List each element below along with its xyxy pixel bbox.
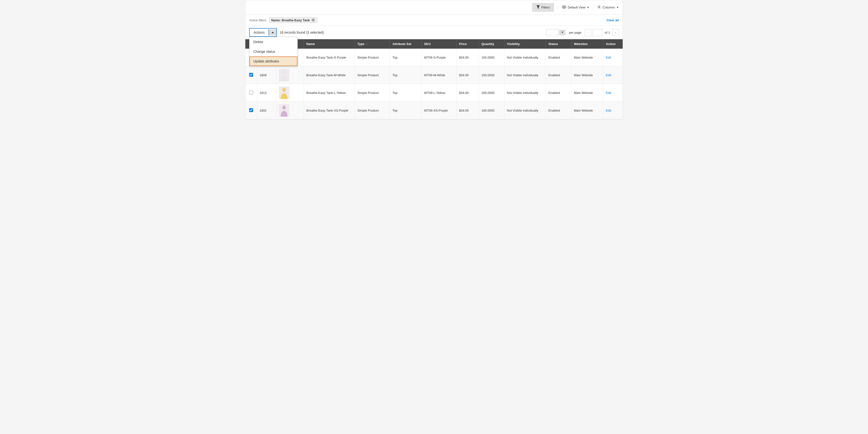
row-quantity: 100.0000 (479, 102, 504, 119)
row-action: Edit (603, 102, 623, 119)
prev-page-button[interactable]: ‹ (585, 29, 591, 36)
row-websites: Main Website (571, 66, 603, 84)
row-attribute-set: Top (390, 84, 422, 102)
table-row: 1813 Breathe-Easy Tank-L-Yellow Simple P… (245, 84, 623, 102)
table-row: 1802 Breathe-Easy Tank-XS-Purple Simple … (245, 102, 623, 119)
col-header-attribute-set: Attribute Set (390, 39, 422, 49)
row-type: Simple Product (355, 66, 390, 84)
row-price: $34.00 (457, 66, 479, 84)
table-row: 1809 Breathe-Easy Tank-M-White Simple Pr… (245, 66, 623, 84)
filter-tag-remove[interactable]: ✕ (311, 18, 315, 22)
active-filters-bar: Active filters: Name: Breathe-Easy Tank … (245, 15, 623, 26)
svg-marker-5 (561, 32, 563, 33)
row-price: $34.00 (457, 49, 479, 66)
row-attribute-set: Top (390, 66, 422, 84)
svg-point-3 (598, 6, 600, 8)
edit-link[interactable]: Edit (606, 91, 611, 95)
col-header-type[interactable]: Type ↑ (355, 39, 390, 49)
svg-point-11 (282, 88, 286, 92)
svg-point-13 (282, 105, 286, 109)
chevron-down-icon: ▼ (587, 6, 589, 9)
filters-label: Filters (541, 6, 550, 9)
table-header-row: ID Thumbnail Name Type ↑ Attribute Set S… (245, 39, 623, 49)
filters-button[interactable]: Filters (532, 3, 554, 12)
product-thumbnail (279, 87, 289, 99)
toolbar-separator (558, 5, 558, 10)
per-page-select: 20 (546, 29, 565, 36)
active-filters-left: Active filters: Name: Breathe-Easy Tank … (249, 17, 317, 23)
columns-label: Columns (602, 6, 615, 9)
col-header-price: Price (457, 39, 479, 49)
svg-point-9 (282, 70, 286, 74)
row-attribute-set: Top (390, 49, 422, 66)
row-visibility: Not Visible Individually (504, 66, 546, 84)
actions-label: Actions (250, 29, 269, 36)
row-price: $34.00 (457, 102, 479, 119)
toolbar-separator2 (593, 5, 593, 10)
row-visibility: Not Visible Individually (504, 84, 546, 102)
row-websites: Main Website (571, 102, 603, 119)
row-status: Enabled (546, 49, 571, 66)
row-checkbox[interactable] (249, 108, 253, 112)
pagination: 20 per page ‹ 1 of 1 › (546, 29, 619, 36)
row-quantity: 100.0000 (479, 49, 504, 66)
actions-arrow[interactable] (269, 29, 276, 36)
per-page-label: per page (569, 31, 581, 34)
actions-menu-delete[interactable]: Delete (249, 37, 298, 47)
row-checkbox-cell (245, 84, 257, 102)
row-thumbnail (276, 66, 304, 84)
col-header-status: Status (546, 39, 571, 49)
row-attribute-set: Top (390, 102, 422, 119)
actions-menu-update-attributes[interactable]: Update attributes (249, 57, 298, 66)
svg-marker-4 (272, 32, 274, 33)
filter-tag-text: Name: Breathe-Easy Tank (271, 19, 310, 22)
row-action: Edit (603, 66, 623, 84)
actions-button[interactable]: Actions (249, 28, 277, 37)
funnel-icon (536, 5, 540, 9)
row-thumbnail (276, 102, 304, 119)
product-thumbnail (279, 104, 289, 117)
row-name: Breathe-Easy Tank-XS-Purple (304, 102, 355, 119)
row-visibility: Not Visible Individually (504, 49, 546, 66)
records-info: 16 records found (3 selected) (280, 31, 324, 34)
row-type: Simple Product (355, 102, 390, 119)
next-page-button[interactable]: › (613, 29, 619, 36)
columns-button[interactable]: Columns ▼ (597, 5, 619, 10)
row-visibility: Not Visible Individually (504, 102, 546, 119)
row-checkbox-cell (245, 102, 257, 119)
row-checkbox[interactable] (249, 91, 253, 94)
action-bar: Actions Delete Change status (245, 26, 623, 39)
per-page-input[interactable]: 20 (546, 29, 558, 36)
actions-menu-change-status[interactable]: Change status (249, 47, 298, 57)
row-checkbox-cell (245, 66, 257, 84)
edit-link[interactable]: Edit (606, 109, 611, 112)
row-sku: WT09-M-White (422, 66, 457, 84)
products-table: ID Thumbnail Name Type ↑ Attribute Set S… (245, 39, 623, 119)
columns-chevron-icon: ▼ (616, 6, 619, 9)
col-header-name: Name (304, 39, 355, 49)
col-header-quantity: Quantity (479, 39, 504, 49)
row-sku: WT09-S-Purple (422, 49, 457, 66)
col-header-action: Action (603, 39, 623, 49)
col-header-sku: SKU (422, 39, 457, 49)
row-thumbnail (276, 84, 304, 102)
row-checkbox[interactable] (249, 73, 253, 77)
clear-all-button[interactable]: Clear all (607, 19, 619, 22)
row-websites: Main Website (571, 84, 603, 102)
active-filters-label: Active filters: (249, 19, 267, 22)
row-quantity: 100.0000 (479, 84, 504, 102)
row-id: 1802 (257, 102, 276, 119)
row-sku: WT09-L-Yellow (422, 84, 457, 102)
row-status: Enabled (546, 84, 571, 102)
edit-link[interactable]: Edit (606, 56, 611, 59)
edit-link[interactable]: Edit (606, 73, 611, 77)
page-of-label: of 1 (605, 31, 610, 34)
row-type: Simple Product (355, 49, 390, 66)
page-number-input[interactable]: 1 (593, 29, 602, 36)
row-name: Breathe-Easy Tank-S-Purple (304, 49, 355, 66)
default-view-dropdown[interactable]: Default View ▼ (562, 6, 589, 9)
col-header-visibility: Visibility (504, 39, 546, 49)
action-bar-left: Actions Delete Change status (249, 28, 324, 37)
row-status: Enabled (546, 66, 571, 84)
per-page-arrow[interactable] (559, 30, 565, 35)
